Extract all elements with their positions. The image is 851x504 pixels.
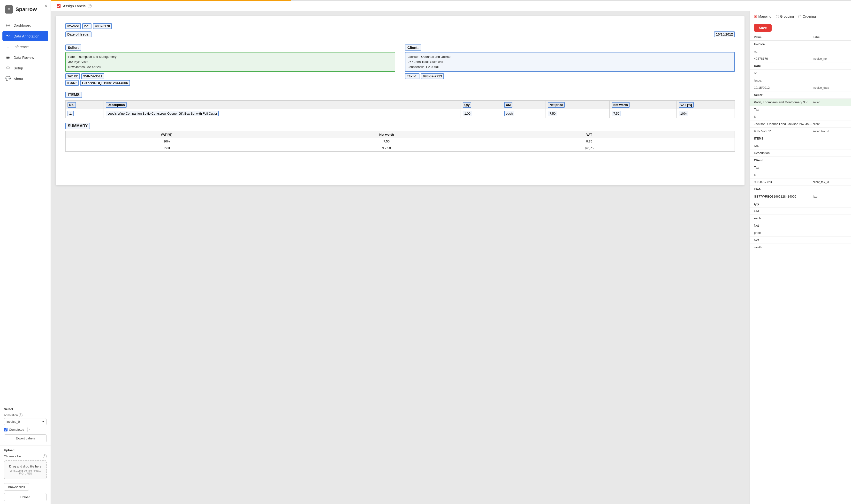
seller-tax-row: Tax Id: 958-74-3511 (65, 73, 395, 79)
seller-client-row: Seller: Patel, Thompson and Montgomery 3… (65, 44, 735, 87)
list-item[interactable]: 10/15/2012 invoice_date (750, 84, 851, 91)
data-review-icon: ◉ (5, 55, 11, 60)
list-item[interactable]: GB77WRBQ31965128414006 iban (750, 193, 851, 200)
row-label: invoice_date (813, 86, 847, 89)
invoice-title-group: Invoice no: 40378170 (65, 23, 112, 29)
drag-drop-zone[interactable]: Drag and drop file here Limit 10MB per f… (4, 460, 47, 479)
row-value: each (754, 216, 813, 220)
row-value: 40378170 (754, 57, 813, 60)
list-item[interactable]: ITEMS (750, 135, 851, 142)
sidebar-item-dashboard[interactable]: ◎ Dashboard (2, 20, 48, 30)
list-item[interactable]: Jackson, Odonnell and Jackson 267 John T… (750, 121, 851, 128)
seller-address-box: Patel, Thompson and Montgomery 356 Kyle … (65, 52, 395, 72)
summary-table: VAT [%] Net worth VAT 10% 7,50 0,75 (65, 131, 735, 151)
list-item[interactable]: price (750, 229, 851, 236)
content-area: Invoice no: 40378170 Date of Issue: 10/1… (51, 11, 851, 504)
row-label: client_tax_id (813, 180, 847, 184)
app-title: Sparrow (16, 6, 37, 13)
list-item[interactable]: Description (750, 149, 851, 157)
list-item[interactable]: Id: (750, 171, 851, 179)
col-vat: VAT [%] (677, 101, 734, 109)
sidebar-item-data-review[interactable]: ◉ Data Review (2, 52, 48, 62)
list-item[interactable]: Client: (750, 157, 851, 164)
setup-icon: ⚙ (5, 65, 11, 71)
list-item[interactable]: Net (750, 222, 851, 229)
sidebar-nav: ◎ Dashboard 〜 Data Annotation ↓ Inferenc… (0, 17, 51, 404)
annotation-select[interactable]: invoice_0 ▾ (4, 418, 47, 425)
list-item[interactable]: Net (750, 236, 851, 244)
list-item[interactable]: 998-87-7723 client_tax_id (750, 179, 851, 186)
list-item[interactable]: Invoice (750, 41, 851, 48)
sidebar: × ≡ Sparrow ◎ Dashboard 〜 Data Annotatio… (0, 0, 51, 504)
right-table-header: Value Label (750, 34, 851, 41)
annotation-help-icon[interactable]: ? (19, 413, 22, 417)
assign-labels-checkbox[interactable] (57, 4, 60, 8)
completed-help-icon[interactable]: ? (25, 428, 30, 431)
choose-file-header: Choose a file ? (4, 454, 47, 458)
row-value: 10/15/2012 (754, 86, 813, 89)
radio-mapping[interactable]: Mapping (754, 15, 771, 18)
choose-file-help-icon[interactable]: ? (43, 454, 47, 458)
row-value: Jackson, Odonnell and Jackson 267 John T… (754, 122, 813, 126)
list-item[interactable]: 40378170 invoice_no (750, 55, 851, 62)
row-value: Net (754, 238, 813, 242)
list-item[interactable]: No. (750, 142, 851, 149)
row-value: Description (754, 151, 813, 155)
list-item[interactable]: no: (750, 48, 851, 55)
dashboard-icon: ◎ (5, 22, 11, 28)
list-item[interactable]: each (750, 215, 851, 222)
list-item[interactable]: of (750, 70, 851, 77)
client-tax-value-tag: 998-87-7723 (421, 73, 444, 79)
col-um: UM (502, 101, 545, 109)
client-name: Jackson, Odonnell and Jackson (408, 55, 452, 58)
list-item[interactable]: Date (750, 62, 851, 70)
row-value: Invoice (754, 42, 813, 46)
invoice-preview[interactable]: Invoice no: 40378170 Date of Issue: 10/1… (51, 11, 749, 504)
value-col-header: Value (754, 36, 813, 39)
row-value: UM (754, 209, 813, 213)
logo-icon: ≡ (5, 5, 13, 14)
table-row: 1. Leed's Wine Companion Bottle Corkscre… (66, 109, 735, 118)
sidebar-item-setup[interactable]: ⚙ Setup (2, 63, 48, 73)
col-desc: Description (104, 101, 461, 109)
list-item[interactable]: worth (750, 244, 851, 251)
summary-section: SUMMARY VAT [%] Net worth VAT (65, 123, 735, 151)
top-bar: Assign Labels ? (51, 1, 851, 11)
list-item[interactable]: IBAN: (750, 186, 851, 193)
row-value: GB77WRBQ31965128414006 (754, 195, 813, 198)
right-table-body: Invoice no: 40378170 invoice_no Date of … (750, 41, 851, 504)
list-item[interactable]: issue: (750, 77, 851, 84)
row-label: iban (813, 195, 847, 198)
col-net-price: Net price (546, 101, 610, 109)
client-label-tag: Client: (405, 44, 421, 51)
close-button[interactable]: × (45, 3, 47, 8)
select-title: Select (4, 407, 47, 411)
date-of-issue-tag: Date of Issue: (65, 32, 91, 37)
list-item[interactable]: UM (750, 208, 851, 215)
col-no: No. (66, 101, 104, 109)
sidebar-item-about[interactable]: 💬 About (2, 73, 48, 84)
browse-files-button[interactable]: Browse files (4, 483, 29, 491)
save-button[interactable]: Save (754, 24, 771, 32)
list-item[interactable]: Patel, Thompson and Montgomery 356 Kyle … (750, 99, 851, 106)
list-item[interactable]: Tax (750, 164, 851, 171)
inference-icon: ↓ (5, 44, 11, 49)
sidebar-item-data-annotation[interactable]: 〜 Data Annotation (2, 31, 48, 41)
export-labels-button[interactable]: Export Labels (4, 434, 47, 442)
completed-checkbox[interactable] (4, 428, 7, 431)
choose-file-label: Choose a file (4, 455, 21, 458)
invoice-paper: Invoice no: 40378170 Date of Issue: 10/1… (56, 16, 745, 185)
row-value: Tax (754, 108, 813, 111)
radio-grouping[interactable]: Grouping (776, 15, 794, 18)
assign-labels-help-icon[interactable]: ? (88, 4, 92, 8)
radio-ordering[interactable]: Ordering (798, 15, 816, 18)
list-item[interactable]: 958-74-3511 seller_tax_id (750, 128, 851, 135)
list-item[interactable]: Qty (750, 200, 851, 208)
list-item[interactable]: Tax (750, 106, 851, 113)
list-item[interactable]: Id: (750, 113, 851, 121)
sidebar-item-inference[interactable]: ↓ Inference (2, 42, 48, 52)
row-label: seller (813, 101, 847, 104)
list-item[interactable]: Seller: (750, 91, 851, 99)
sidebar-item-label: Setup (14, 66, 23, 70)
upload-button[interactable]: Upload (4, 493, 47, 501)
